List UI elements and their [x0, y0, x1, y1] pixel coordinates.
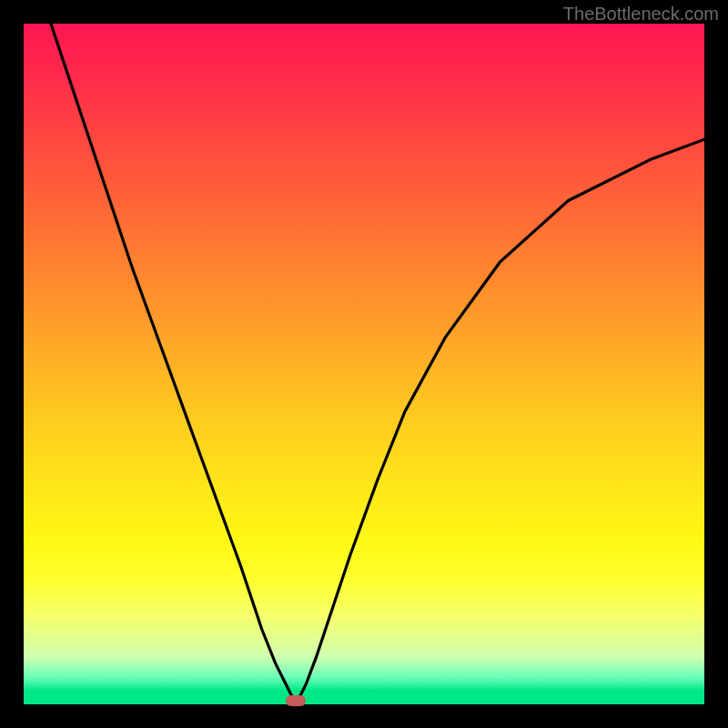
chart-frame: TheBottleneck.com	[0, 0, 728, 728]
minimum-marker	[286, 695, 306, 706]
bottleneck-curve-path	[51, 24, 704, 701]
watermark-text: TheBottleneck.com	[563, 4, 719, 25]
curve-svg	[24, 24, 704, 704]
plot-area	[24, 24, 704, 704]
